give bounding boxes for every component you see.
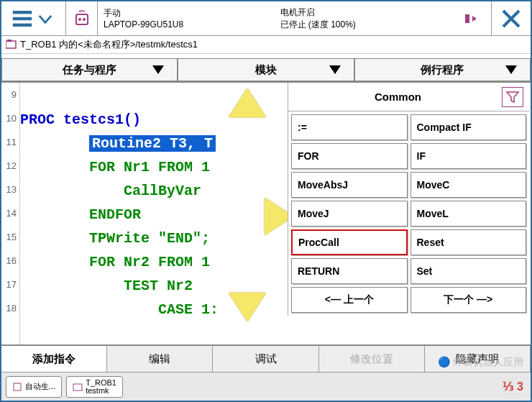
instr-for[interactable]: FOR: [291, 143, 408, 169]
tab-module[interactable]: 模块: [178, 58, 354, 81]
svg-rect-6: [465, 14, 469, 23]
close-button[interactable]: [492, 1, 531, 35]
motor-label: 电机开启: [280, 6, 457, 19]
host-label: LAPTOP-99GU51U8: [104, 19, 280, 29]
instr-assign[interactable]: :=: [291, 114, 408, 140]
selected-line[interactable]: Routine2 T3, T: [89, 135, 216, 152]
signal-icon: [464, 12, 478, 26]
instr-movec[interactable]: MoveC: [411, 172, 527, 198]
scroll-down-arrow[interactable]: [229, 293, 266, 321]
line-gutter: 9101112131415161718: [1, 83, 20, 344]
prev-page-button[interactable]: <— 上一个: [291, 287, 408, 313]
mode-label: 手动: [104, 7, 280, 19]
tab-hide-declaration[interactable]: 隐藏声明: [425, 346, 531, 372]
svg-point-5: [83, 18, 86, 21]
svg-rect-1: [12, 17, 31, 19]
taskbar-program[interactable]: T_ROB1testmk: [66, 376, 123, 398]
svg-rect-9: [14, 383, 21, 390]
tab-modify-position[interactable]: 修改位置: [319, 346, 425, 372]
instr-moveabsj[interactable]: MoveAbsJ: [291, 172, 408, 198]
svg-rect-0: [12, 11, 31, 14]
status-label: 已停止 (速度 100%): [280, 19, 457, 31]
instr-proccall[interactable]: ProcCall: [291, 229, 408, 255]
tab-routine[interactable]: 例行程序: [354, 58, 531, 81]
taskbar-auto[interactable]: 自动生...: [6, 376, 62, 398]
instr-movel[interactable]: MoveL: [411, 201, 527, 227]
instruction-panel: Common := Compact IF FOR IF MoveAbsJ Mov…: [288, 83, 529, 316]
scroll-up-arrow[interactable]: [229, 88, 266, 117]
svg-point-4: [78, 18, 81, 21]
svg-rect-2: [12, 23, 31, 26]
instr-return[interactable]: RETURN: [291, 258, 408, 284]
menu-button[interactable]: [1, 1, 66, 35]
tab-task-program[interactable]: 任务与程序: [1, 58, 178, 81]
filter-icon[interactable]: [502, 87, 523, 107]
svg-rect-10: [73, 384, 82, 390]
robot-icon: [66, 1, 98, 35]
instr-set[interactable]: Set: [411, 258, 527, 284]
instr-compact-if[interactable]: Compact IF: [411, 114, 527, 140]
svg-rect-8: [7, 40, 12, 42]
instr-movej[interactable]: MoveJ: [291, 201, 408, 227]
tab-add-instruction[interactable]: 添加指令: [1, 346, 107, 372]
status-info: 手动 LAPTOP-99GU51U8 电机开启 已停止 (速度 100%): [98, 1, 492, 35]
next-page-button[interactable]: 下一个 —>: [411, 287, 527, 313]
panel-title: Common: [294, 91, 502, 103]
svg-rect-3: [76, 14, 88, 24]
instr-reset[interactable]: Reset: [411, 229, 527, 255]
corner-indicator: ⅓ 3: [503, 380, 523, 393]
tab-edit[interactable]: 编辑: [107, 346, 213, 372]
svg-rect-7: [6, 41, 16, 48]
instr-if[interactable]: IF: [411, 143, 527, 169]
tab-debug[interactable]: 调试: [213, 346, 318, 372]
breadcrumb: T_ROB1 内的<未命名程序>/testmk/testcs1: [1, 36, 531, 54]
